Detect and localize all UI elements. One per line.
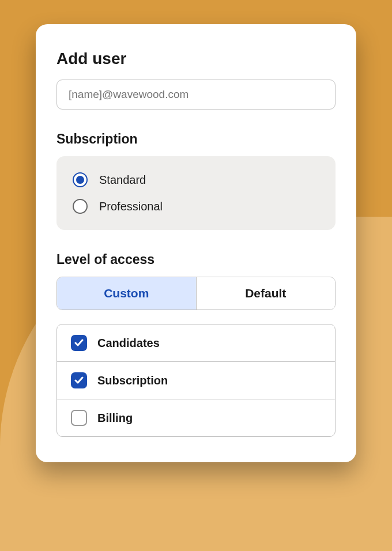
radio-dot-icon (76, 176, 84, 184)
tab-default[interactable]: Default (197, 277, 336, 310)
permissions-list: Candidates Subscription Billing (56, 324, 336, 437)
radio-label: Standard (99, 173, 146, 187)
permission-subscription[interactable]: Subscription (57, 362, 335, 399)
checkbox-label: Subscription (97, 374, 168, 387)
checkmark-icon (74, 376, 84, 384)
radio-label: Professional (99, 200, 163, 213)
subscription-radio-group: Standard Professional (56, 156, 336, 230)
access-segmented-control: Custom Default (56, 277, 336, 310)
permission-billing[interactable]: Billing (57, 399, 335, 436)
add-user-card: Add user Subscription Standard Professio… (36, 24, 356, 462)
checkbox-label: Billing (97, 412, 133, 425)
checkbox-unchecked-icon (71, 410, 87, 426)
tab-custom[interactable]: Custom (57, 277, 197, 310)
access-label: Level of access (56, 252, 336, 267)
checkbox-checked-icon (71, 335, 87, 351)
radio-icon (73, 172, 88, 187)
subscription-label: Subscription (56, 131, 336, 147)
checkbox-label: Candidates (97, 337, 160, 350)
page-title: Add user (56, 50, 336, 68)
checkbox-checked-icon (71, 372, 87, 388)
subscription-option-standard[interactable]: Standard (73, 167, 319, 193)
subscription-option-professional[interactable]: Professional (73, 193, 319, 220)
checkmark-icon (74, 339, 84, 347)
email-input[interactable] (56, 80, 336, 110)
radio-icon (73, 199, 88, 214)
permission-candidates[interactable]: Candidates (57, 324, 335, 362)
